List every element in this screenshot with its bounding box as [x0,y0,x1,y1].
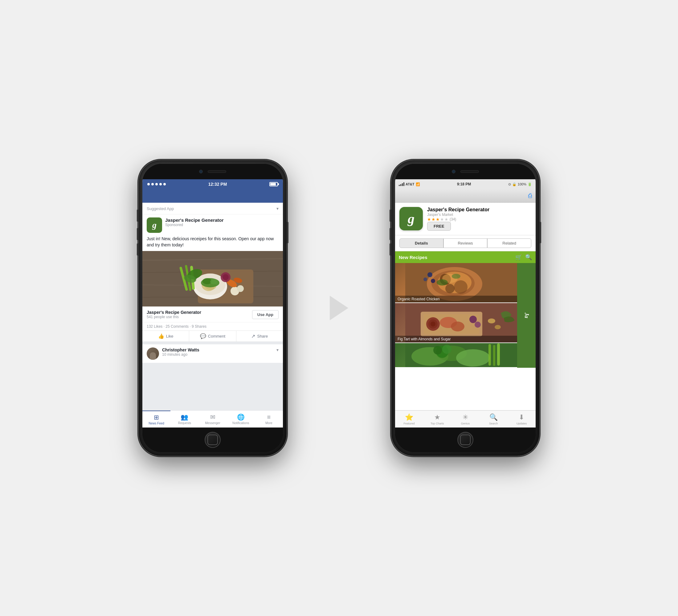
phone2-top-bar [395,164,536,179]
signal-bar-2 [400,184,401,186]
as-app-name: Jasper's Recipe Generator [427,207,531,212]
share-icon: ↗ [251,333,255,339]
recipe-3-svg [395,343,536,367]
svg-point-21 [223,274,229,280]
top-charts-label: Top Charts [430,422,444,425]
star-5: ★ [444,217,448,222]
featured-label: Featured [404,422,415,425]
lock-icon: 🔒 [512,182,517,186]
tab-search[interactable]: 🔍 Search [480,411,507,427]
tab-updates[interactable]: ⬇ Updates [507,411,536,427]
ad-image [142,251,283,306]
star-4: ★ [440,217,444,222]
as-app-meta: Jasper's Recipe Generator Jasper's Marke… [427,207,531,231]
as-app-icon: g [400,207,423,231]
cart-icon[interactable]: 🛒 [515,254,522,260]
food-image [142,251,283,306]
home-button[interactable] [204,432,221,448]
phone-facebook: 12:32 PM Suggested App ▾ g [139,160,287,456]
recipe-item-1[interactable]: Organic Roasted Chicken [395,263,536,303]
suggested-app-card: Suggested App ▾ g Jasper's Recipe Genera… [142,203,283,342]
svg-point-43 [469,316,477,323]
as-clock: 9:18 PM [457,182,471,186]
recipe-label-2: Fig Tart with Almonds and Sugar [395,336,536,342]
recipes-area: New Recipes 🛒 🔍 [395,251,536,410]
battery-icon: 🔋 [528,182,532,186]
recipe-bg-1: Organic Roasted Chicken [395,263,536,302]
chevron-down-icon[interactable]: ▾ [276,206,278,211]
tab-news-feed[interactable]: ⊞ News Feed [142,411,171,427]
as-status-bar: AT&T 📶 9:18 PM ⊙ 🔒 100% 🔋 [395,179,536,189]
signal-dot-5 [163,183,166,186]
tab-reviews[interactable]: Reviews [444,238,488,248]
ad-text: Just in! New, delicious receipes for thi… [142,236,283,251]
svg-point-52 [442,345,451,354]
comment-label: Comment [208,334,225,338]
tab-details[interactable]: Details [400,238,444,248]
updates-icon: ⬇ [519,413,524,421]
svg-point-42 [451,322,464,331]
comment-icon: 💬 [200,333,206,339]
signal-bar-4 [404,182,404,186]
like-action[interactable]: 👍 Like [142,331,189,341]
phone2-home-button[interactable] [457,432,474,448]
tab-more[interactable]: ≡ More [255,411,283,427]
tab-genius[interactable]: ✳ Genius [451,411,479,427]
genius-label: Genius [461,422,470,425]
card-header: Suggested App ▾ [142,203,283,214]
tab-messenger[interactable]: ✉ Messenger [198,411,227,427]
app-sponsored: Sponsored [165,223,278,227]
tab-requests[interactable]: 👥 Requests [171,411,198,427]
svg-rect-56 [497,343,500,366]
svg-point-40 [430,322,436,326]
like-label: Like [166,334,174,338]
news-feed-label: News Feed [149,422,164,425]
svg-point-53 [433,346,442,355]
svg-rect-54 [488,344,491,366]
free-button[interactable]: FREE [427,222,451,231]
phone2-front-camera [452,170,455,173]
fb-clock: 12:32 PM [208,182,227,187]
comment-action[interactable]: 💬 Comment [189,331,236,341]
fb-content: Suggested App ▾ g Jasper's Recipe Genera… [142,203,283,410]
app-info-row: g Jasper's Recipe Generator Sponsored [142,214,283,236]
avatar-figure [150,352,156,360]
as-tab-bar: ⭐ Featured ★ Top Charts ✳ Genius 🔍 Searc… [395,410,536,427]
share-button[interactable]: ⎙ [528,192,532,199]
svg-point-50 [456,349,490,367]
phone-appstore: AT&T 📶 9:18 PM ⊙ 🔒 100% 🔋 ⎙ [391,160,539,456]
tab-featured[interactable]: ⭐ Featured [395,411,423,427]
app-details: Jasper's Recipe Generator Sponsored [165,217,278,227]
requests-label: Requests [178,421,191,425]
star-3: ★ [436,217,440,222]
signal-dot-4 [159,183,162,186]
notifications-label: Notifications [232,421,249,425]
as-segmented-control: Details Reviews Related [395,235,536,251]
recipes-icons: 🛒 🔍 [515,254,532,260]
search-label: Search [489,422,498,425]
tab-notifications[interactable]: 🌐 Notifications [227,411,255,427]
post-chevron-icon: ▾ [276,347,278,352]
facebook-screen: 12:32 PM Suggested App ▾ g [142,179,283,427]
svg-point-10 [210,279,218,284]
use-app-row: Jasper's Recipe Generator 541 people use… [142,306,283,322]
as-navbar: ⎙ [395,189,536,203]
svg-point-45 [488,319,495,323]
recipe-item-2[interactable]: Fig Tart with Almonds and Sugar [395,303,536,343]
phone-top-bar [142,164,283,179]
tab-related[interactable]: Related [487,238,531,248]
avatar [147,347,159,360]
use-app-count: 541 people use this [147,315,252,319]
fb-tab-bar: ⊞ News Feed 👥 Requests ✉ Messenger 🌐 Not… [142,410,283,427]
suggested-label: Suggested App [147,206,174,211]
search-recipe-icon[interactable]: 🔍 [525,254,532,260]
use-app-button[interactable]: Use App [252,310,278,319]
post-user-info: Christopher Watts 10 minutes ago [162,347,273,357]
news-feed-icon: ⊞ [154,414,159,421]
tab-top-charts[interactable]: ★ Top Charts [423,411,451,427]
requests-icon: 👥 [181,413,188,421]
app-icon-letter: g [152,220,157,230]
share-action[interactable]: ↗ Share [236,331,283,341]
green-side-strip: Ja [517,263,536,368]
recipe-item-3[interactable] [395,343,536,368]
